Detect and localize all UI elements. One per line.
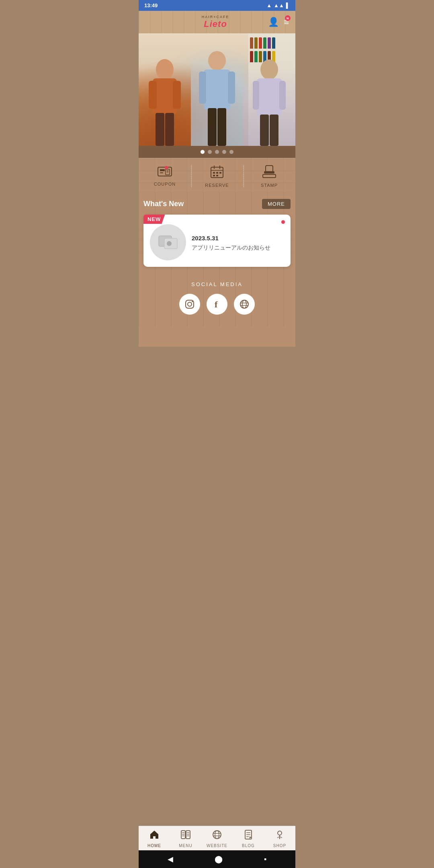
svg-rect-30: [219, 172, 221, 174]
people-group: [139, 33, 295, 146]
brand-title: Lieto: [204, 19, 227, 29]
carousel-dot-1[interactable]: [201, 150, 205, 154]
svg-point-38: [167, 241, 172, 246]
svg-rect-29: [216, 172, 218, 174]
svg-point-0: [156, 59, 174, 80]
person-center: [191, 33, 243, 146]
whats-new-header: What's New MORE: [143, 199, 291, 209]
social-section: SOCIAL MEDIA f: [139, 272, 295, 327]
brand-subtitle: HAIR×CAFE: [202, 15, 229, 19]
svg-rect-35: [263, 174, 276, 178]
svg-rect-10: [208, 108, 217, 146]
svg-point-40: [188, 302, 192, 306]
svg-rect-14: [253, 81, 259, 110]
svg-rect-28: [213, 172, 215, 174]
facebook-button[interactable]: f: [207, 294, 227, 315]
svg-rect-7: [204, 70, 230, 110]
status-time: 13:49: [144, 2, 158, 8]
carousel-dot-2[interactable]: [208, 150, 212, 154]
svg-text:f: f: [215, 299, 218, 309]
status-icons: ▲ ▲▲ ▌: [266, 2, 290, 8]
stamp-icon: [262, 165, 276, 180]
header-actions: 👤 ≡ N: [268, 17, 289, 27]
hero-placeholder: [139, 33, 295, 146]
notification-badge: N: [285, 15, 291, 21]
svg-rect-11: [217, 108, 226, 146]
app-header: HAIR×CAFE Lieto 👤 ≡ N: [139, 11, 295, 33]
coupon-label: COUPON: [154, 182, 176, 186]
svg-rect-13: [257, 78, 282, 117]
svg-rect-20: [160, 172, 163, 173]
svg-point-6: [208, 51, 226, 70]
quick-item-reserve[interactable]: RESERVE: [191, 165, 243, 188]
news-content: 2023.5.31 アプリリニューアルのお知らせ: [192, 230, 284, 252]
news-text: アプリリニューアルのお知らせ: [192, 244, 284, 252]
news-notification-dot: [281, 220, 285, 224]
svg-point-41: [192, 301, 193, 302]
svg-rect-3: [173, 81, 181, 109]
svg-rect-33: [266, 166, 273, 172]
whats-new-title: What's New: [143, 200, 184, 208]
menu-icon[interactable]: ≡ N: [284, 17, 289, 27]
instagram-button[interactable]: [179, 294, 200, 315]
carousel-dot-5[interactable]: [229, 150, 233, 154]
whats-new-section: What's New MORE NEW 2023.5.31 アプリリニューアルの…: [139, 192, 295, 272]
social-label: SOCIAL MEDIA: [139, 281, 295, 287]
svg-rect-17: [270, 115, 278, 146]
svg-rect-34: [264, 171, 274, 174]
reserve-label: RESERVE: [205, 183, 229, 188]
stamp-label: STAMP: [261, 183, 278, 188]
svg-rect-19: [160, 169, 165, 171]
news-card[interactable]: NEW 2023.5.31 アプリリニューアルのお知らせ: [143, 215, 291, 267]
svg-rect-16: [260, 115, 269, 146]
svg-rect-4: [156, 113, 164, 146]
svg-point-44: [242, 300, 246, 308]
status-bar: 13:49 ▲ ▲▲ ▌: [139, 0, 295, 11]
person-right: [243, 33, 295, 146]
new-badge: NEW: [143, 215, 165, 224]
quick-item-stamp[interactable]: STAMP: [243, 165, 295, 188]
website-button[interactable]: [234, 294, 255, 315]
coupon-notification-dot: [165, 166, 168, 169]
social-icons: f: [139, 294, 295, 315]
carousel-dot-4[interactable]: [222, 150, 226, 154]
svg-rect-2: [149, 81, 157, 109]
svg-point-12: [260, 59, 278, 80]
quick-item-coupon[interactable]: COUPON: [139, 166, 191, 186]
signal-icon: ▲▲: [274, 2, 284, 8]
hero-image: [139, 33, 295, 146]
reserve-icon: [210, 165, 224, 180]
profile-icon[interactable]: 👤: [268, 17, 279, 27]
news-date: 2023.5.31: [192, 235, 284, 242]
brand-logo: HAIR×CAFE Lieto: [202, 15, 229, 29]
quick-menu: COUPON RESERVE STAMP: [139, 158, 295, 192]
carousel-dots: [139, 146, 295, 158]
svg-rect-5: [165, 113, 174, 146]
svg-rect-31: [213, 175, 215, 176]
battery-icon: ▌: [286, 2, 290, 8]
more-button[interactable]: MORE: [262, 199, 291, 209]
svg-point-43: [240, 300, 248, 308]
carousel-dot-3[interactable]: [215, 150, 219, 154]
news-thumbnail: [150, 224, 186, 260]
svg-rect-15: [279, 81, 286, 110]
person-left: [139, 33, 191, 146]
wifi-icon: ▲: [266, 2, 272, 8]
svg-rect-9: [228, 72, 235, 104]
svg-rect-8: [199, 72, 206, 104]
svg-rect-32: [216, 175, 218, 176]
